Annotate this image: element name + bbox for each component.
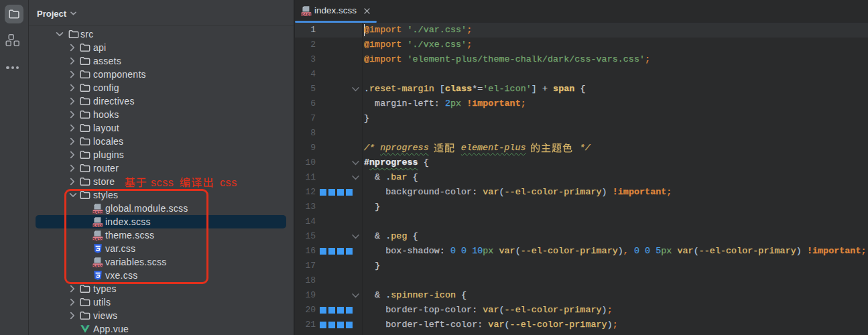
svg-text:SASS: SASS [301, 12, 312, 16]
